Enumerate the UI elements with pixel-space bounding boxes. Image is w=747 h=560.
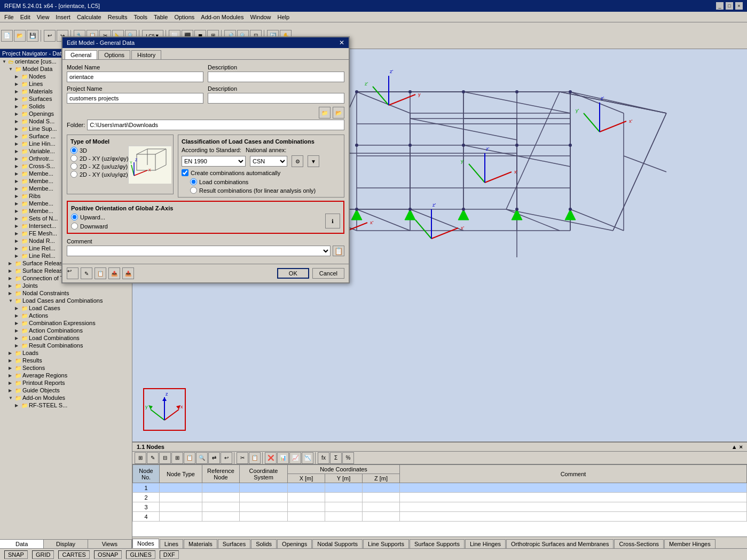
- ok-button[interactable]: OK: [277, 268, 309, 279]
- nodes-tb-btn12[interactable]: 📊: [277, 452, 289, 464]
- nav-avg-regions[interactable]: ▶ 📁 Average Regions: [0, 372, 132, 379]
- row3-comment[interactable]: [400, 502, 747, 512]
- radio-2d-xy2-input[interactable]: [70, 171, 77, 178]
- menu-options[interactable]: Options: [171, 13, 198, 21]
- tab-nodal-supports[interactable]: Nodal Supports: [312, 539, 363, 548]
- model-name-input[interactable]: [67, 72, 203, 82]
- row1-z[interactable]: [363, 483, 400, 493]
- tab-surface-supports[interactable]: Surface Supports: [410, 539, 465, 548]
- tab-solids[interactable]: Solids: [251, 539, 277, 548]
- menu-file[interactable]: File: [1, 13, 17, 21]
- nav-load-cases-comb[interactable]: ▼ 📁 Load Cases and Combinations: [0, 297, 132, 304]
- status-dxf[interactable]: DXF: [160, 550, 179, 559]
- menu-table[interactable]: Table: [151, 13, 171, 21]
- dialog-tab-general[interactable]: General: [65, 50, 97, 59]
- nodes-tb-btn14[interactable]: 📉: [302, 452, 313, 464]
- nav-comb-expr[interactable]: ▶ 📁 Combination Expressions: [0, 319, 132, 327]
- load-comb-radio[interactable]: [190, 178, 197, 185]
- row2-y[interactable]: [325, 493, 363, 502]
- nodes-tb-btn3[interactable]: ⊟: [159, 452, 171, 464]
- nav-action-comb[interactable]: ▶ 📁 Action Combinations: [0, 327, 132, 334]
- tab-surfaces[interactable]: Surfaces: [218, 539, 250, 548]
- status-cartes[interactable]: CARTES: [58, 550, 89, 559]
- tab-cross-sections[interactable]: Cross-Sections: [614, 539, 664, 548]
- project-name-input[interactable]: [67, 93, 203, 104]
- row3-ref[interactable]: [202, 502, 240, 512]
- zaxis-downward-radio[interactable]: [71, 223, 78, 230]
- tab-line-hinges[interactable]: Line Hinges: [465, 539, 506, 548]
- tab-openings[interactable]: Openings: [277, 539, 312, 548]
- comment-btn[interactable]: 📋: [333, 246, 344, 256]
- menu-addon[interactable]: Add-on Modules: [198, 13, 247, 21]
- row4-z[interactable]: [363, 512, 400, 522]
- nav-result-comb[interactable]: ▶ 📁 Result Combinations: [0, 342, 132, 349]
- row1-y[interactable]: [325, 483, 363, 493]
- row4-comment[interactable]: [400, 512, 747, 522]
- minimize-btn[interactable]: _: [716, 2, 724, 10]
- nav-tab-display[interactable]: Display: [44, 540, 88, 548]
- menu-view[interactable]: View: [34, 13, 53, 21]
- dialog-edit-btn[interactable]: ✎: [81, 267, 92, 279]
- nav-sections[interactable]: ▶ 📁 Sections: [0, 364, 132, 372]
- status-glines[interactable]: GLINES: [126, 550, 155, 559]
- nodes-panel-close[interactable]: ×: [740, 444, 743, 450]
- dialog-tab-history[interactable]: History: [131, 50, 161, 59]
- zaxis-upward-label[interactable]: Upward...: [71, 214, 321, 220]
- tab-line-supports[interactable]: Line Supports: [363, 539, 409, 548]
- row4-type[interactable]: [160, 512, 202, 522]
- comment-select[interactable]: [67, 246, 331, 256]
- row3-x[interactable]: [288, 502, 325, 512]
- tab-materials[interactable]: Materials: [184, 539, 217, 548]
- standard-filter-btn[interactable]: ▼: [308, 155, 319, 167]
- row1-x[interactable]: [288, 483, 325, 493]
- row2-z[interactable]: [363, 493, 400, 502]
- row4-y[interactable]: [325, 512, 363, 522]
- folder-input[interactable]: [87, 120, 344, 130]
- window-controls[interactable]: _ □ ×: [716, 2, 743, 10]
- dialog-tab-options[interactable]: Options: [98, 50, 130, 59]
- zaxis-downward-label[interactable]: Downward: [71, 223, 321, 230]
- standard-settings-btn[interactable]: ⚙: [292, 155, 303, 167]
- edit-model-dialog[interactable]: Edit Model - General Data ✕ General Opti…: [61, 36, 350, 283]
- status-grid[interactable]: GRID: [32, 550, 54, 559]
- tab-ortho[interactable]: Orthotropic Surfaces and Membranes: [506, 539, 614, 548]
- nodes-tb-percent[interactable]: %: [342, 452, 354, 464]
- row1-ref[interactable]: [202, 483, 240, 493]
- folder-btn1[interactable]: 📁: [319, 107, 331, 119]
- row4-x[interactable]: [288, 512, 325, 522]
- tab-nodes[interactable]: Nodes: [132, 539, 159, 548]
- dialog-help-btn[interactable]: ↩: [67, 267, 78, 279]
- result-comb-radio[interactable]: [190, 187, 197, 194]
- description-input[interactable]: [208, 72, 344, 82]
- nodes-tb-fn[interactable]: fx: [318, 452, 329, 464]
- row2-x[interactable]: [288, 493, 325, 502]
- national-annex-select[interactable]: CSN: [250, 156, 287, 167]
- tab-lines[interactable]: Lines: [160, 539, 183, 548]
- row4-coord[interactable]: [240, 512, 288, 522]
- row1-comment[interactable]: [400, 483, 747, 493]
- row4-ref[interactable]: [202, 512, 240, 522]
- nav-loads[interactable]: ▶ 📁 Loads: [0, 349, 132, 357]
- nodes-tb-btn8[interactable]: ↩: [221, 452, 232, 464]
- create-comb-label[interactable]: Create combinations automatically: [182, 169, 341, 176]
- radio-2d-xz-input[interactable]: [70, 163, 77, 170]
- radio-3d-input[interactable]: [70, 147, 77, 154]
- result-comb-radio-label[interactable]: Result combinations (for linear analysis…: [190, 187, 341, 194]
- menu-window[interactable]: Window: [247, 13, 274, 21]
- toolbar-undo[interactable]: ↩: [44, 30, 56, 42]
- dialog-export-btn[interactable]: 📤: [108, 267, 120, 279]
- row2-type[interactable]: [160, 493, 202, 502]
- project-desc-input[interactable]: [208, 93, 344, 104]
- dialog-close-btn[interactable]: ✕: [339, 39, 344, 46]
- close-btn[interactable]: ×: [735, 2, 743, 10]
- nav-printout[interactable]: ▶ 📁 Printout Reports: [0, 379, 132, 387]
- nodes-tb-btn10[interactable]: 📋: [249, 452, 261, 464]
- zaxis-upward-radio[interactable]: [71, 214, 78, 220]
- nav-load-cases[interactable]: ▶ 📁 Load Cases: [0, 304, 132, 312]
- standard-select[interactable]: EN 1990: [182, 156, 246, 167]
- nodes-tb-btn7[interactable]: ⇄: [208, 452, 220, 464]
- zaxis-info-btn[interactable]: ℹ: [325, 214, 340, 228]
- nav-load-comb[interactable]: ▶ 📁 Load Combinations: [0, 334, 132, 342]
- toolbar-new[interactable]: 📄: [1, 30, 13, 42]
- menu-help[interactable]: Help: [274, 13, 293, 21]
